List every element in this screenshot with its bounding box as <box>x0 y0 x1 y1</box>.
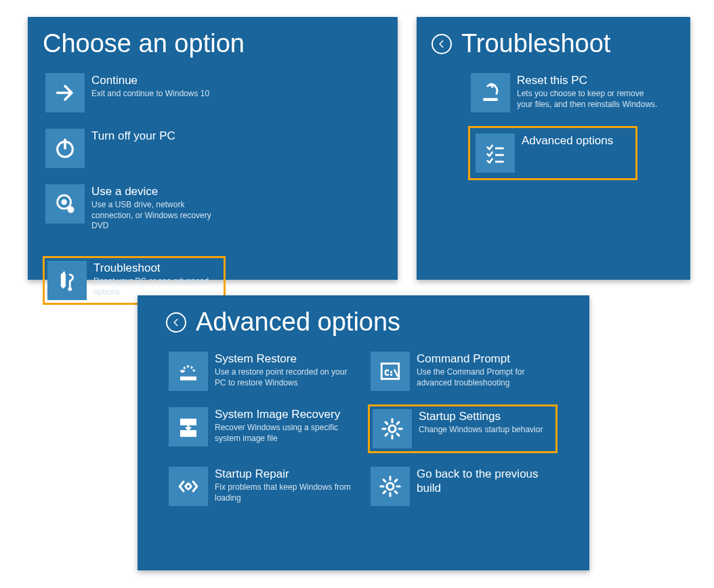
tile-grid: System Restore Use a restore point recor… <box>166 349 574 509</box>
tile-text: System Restore Use a restore point recor… <box>215 352 353 388</box>
tile-text: Startup Settings Change Windows startup … <box>419 409 553 436</box>
svg-text:C:\: C:\ <box>385 368 398 377</box>
svg-point-3 <box>62 200 66 205</box>
tile-text: Reset this PC Lets you choose to keep or… <box>517 73 662 110</box>
svg-point-13 <box>389 425 396 432</box>
power-icon <box>45 129 85 168</box>
tile-text: Turn off your PC <box>91 129 216 144</box>
tile-text: Advanced options <box>522 133 630 149</box>
device-icon <box>45 184 85 224</box>
restore-icon <box>169 352 208 391</box>
back-button[interactable] <box>166 312 186 333</box>
svg-point-5 <box>68 288 71 291</box>
tile-title: Use a device <box>91 184 216 198</box>
tile-title: Command Prompt <box>417 352 555 366</box>
svg-point-15 <box>387 483 394 490</box>
tile-text: Startup Repair Fix problems that keep Wi… <box>215 467 353 503</box>
tile-desc: Change Windows startup behavior <box>419 425 553 436</box>
tile-title: Startup Settings <box>419 409 553 423</box>
terminal-icon: C:\ <box>371 352 410 391</box>
turn-off-tile[interactable]: Turn off your PC <box>43 126 219 171</box>
tile-desc: Exit and continue to Windows 10 <box>91 89 216 100</box>
tile-title: Continue <box>91 73 216 87</box>
arrow-right-icon <box>45 73 85 112</box>
tile-title: System Restore <box>215 352 353 366</box>
choose-option-panel: Choose an option Continue Exit and conti… <box>28 17 398 280</box>
tools-icon <box>47 261 87 300</box>
tile-desc: Recover Windows using a specific system … <box>215 423 353 444</box>
panel-title-text: Advanced options <box>196 308 400 337</box>
reset-pc-tile[interactable]: Reset this PC Lets you choose to keep or… <box>468 70 665 115</box>
tile-grid: Reset this PC Lets you choose to keep or… <box>468 70 675 180</box>
tile-desc: Use a restore point recorded on your PC … <box>215 367 353 388</box>
advanced-options-panel: Advanced options System Restore Use a re… <box>138 295 589 570</box>
advanced-options-tile[interactable]: Advanced options <box>468 126 637 180</box>
panel-title: Choose an option <box>43 29 383 58</box>
system-restore-tile[interactable]: System Restore Use a restore point recor… <box>166 349 356 394</box>
troubleshoot-panel: Troubleshoot Reset this PC Lets you choo… <box>417 17 690 280</box>
reset-icon <box>471 73 510 112</box>
disk-down-icon <box>169 407 208 446</box>
go-back-tile[interactable]: Go back to the previous build <box>368 464 558 509</box>
checklist-icon <box>476 133 515 173</box>
repair-icon <box>169 467 208 506</box>
tile-desc: Lets you choose to keep or remove your f… <box>517 89 662 110</box>
tile-desc: Reset your PC or see advanced options <box>93 276 221 297</box>
svg-point-4 <box>68 207 74 213</box>
panel-title-text: Troubleshoot <box>461 29 610 58</box>
tile-title: Reset this PC <box>517 73 662 87</box>
tile-text: System Image Recovery Recover Windows us… <box>215 407 353 444</box>
panel-title: Troubleshoot <box>432 29 675 58</box>
svg-point-14 <box>186 484 190 488</box>
continue-tile[interactable]: Continue Exit and continue to Windows 10 <box>43 70 219 115</box>
tile-title: Advanced options <box>522 133 630 148</box>
startup-repair-tile[interactable]: Startup Repair Fix problems that keep Wi… <box>166 464 356 509</box>
system-image-recovery-tile[interactable]: System Image Recovery Recover Windows us… <box>166 404 356 453</box>
tile-text: Troubleshoot Reset your PC or see advanc… <box>93 261 221 297</box>
gear-icon <box>371 467 410 506</box>
tile-title: Turn off your PC <box>91 129 216 143</box>
tile-text: Continue Exit and continue to Windows 10 <box>91 73 216 100</box>
tile-title: Startup Repair <box>215 467 353 481</box>
tile-title: System Image Recovery <box>215 407 353 421</box>
tile-desc: Use the Command Prompt for advanced trou… <box>417 367 555 388</box>
use-device-tile[interactable]: Use a device Use a USB drive, network co… <box>43 182 219 234</box>
tile-text: Use a device Use a USB drive, network co… <box>91 184 216 232</box>
tile-text: Command Prompt Use the Command Prompt fo… <box>417 352 555 388</box>
tile-text: Go back to the previous build <box>417 467 555 497</box>
tile-title: Troubleshoot <box>93 261 221 275</box>
startup-settings-tile[interactable]: Startup Settings Change Windows startup … <box>368 404 558 453</box>
svg-rect-12 <box>181 431 196 437</box>
panel-title: Advanced options <box>166 308 574 337</box>
tile-desc: Fix problems that keep Windows from load… <box>215 482 353 503</box>
tile-grid: Continue Exit and continue to Windows 10… <box>43 70 383 305</box>
tile-title: Go back to the previous build <box>417 467 555 496</box>
panel-title-text: Choose an option <box>43 29 245 58</box>
back-button[interactable] <box>432 34 452 54</box>
tile-desc: Use a USB drive, network connection, or … <box>91 200 216 232</box>
command-prompt-tile[interactable]: C:\ Command Prompt Use the Command Promp… <box>368 349 558 394</box>
gear-icon <box>373 409 412 448</box>
